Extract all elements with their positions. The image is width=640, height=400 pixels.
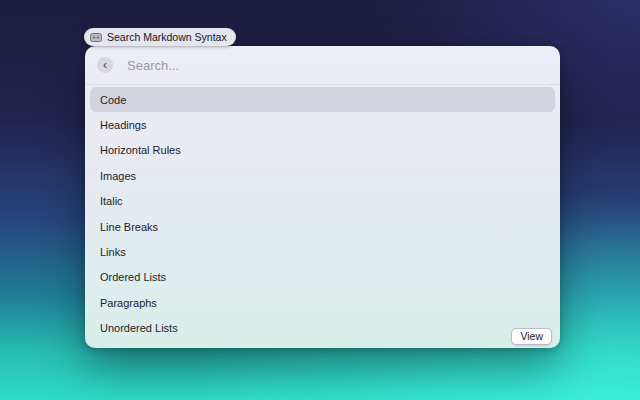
list-item[interactable]: Ordered Lists <box>90 265 555 290</box>
search-bar: ‹ <box>85 46 560 85</box>
list-item[interactable]: Horizontal Rules <box>90 138 555 163</box>
list-item[interactable]: Paragraphs <box>90 290 555 315</box>
list-item[interactable]: Unordered Lists <box>90 316 555 341</box>
command-tooltip-label: Search Markdown Syntax <box>107 31 227 43</box>
view-button[interactable]: View <box>511 328 552 345</box>
results-list: CodeHeadingsHorizontal RulesImagesItalic… <box>90 87 555 341</box>
list-item[interactable]: Links <box>90 239 555 264</box>
back-button[interactable]: ‹ <box>97 57 113 73</box>
chevron-left-icon: ‹ <box>103 59 107 71</box>
desktop-background: Search Markdown Syntax ‹ CodeHeadingsHor… <box>0 0 640 400</box>
search-input[interactable] <box>127 58 548 73</box>
list-item[interactable]: Italic <box>90 189 555 214</box>
list-item[interactable]: Line Breaks <box>90 214 555 239</box>
command-tooltip: Search Markdown Syntax <box>84 28 236 46</box>
list-item[interactable]: Headings <box>90 112 555 137</box>
extension-icon <box>90 33 102 42</box>
list-item[interactable]: Code <box>90 87 555 112</box>
search-panel: ‹ CodeHeadingsHorizontal RulesImagesItal… <box>85 46 560 348</box>
list-item[interactable]: Images <box>90 163 555 188</box>
